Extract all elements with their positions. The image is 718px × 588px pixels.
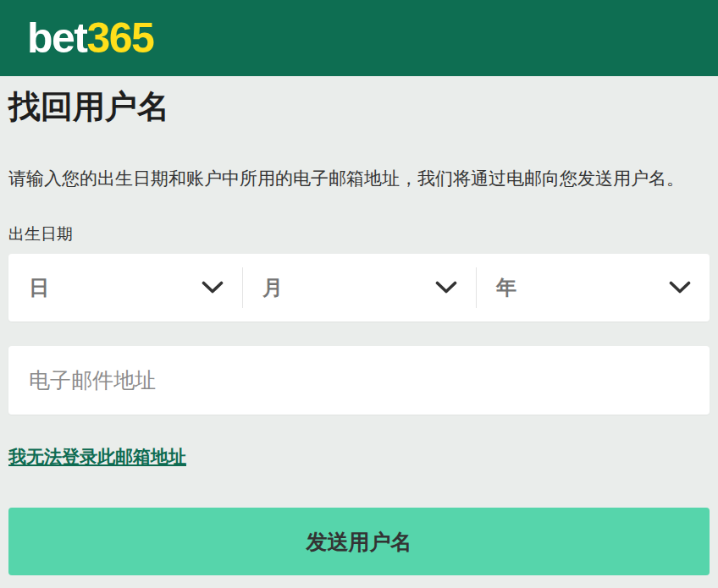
main-content: 找回用户名 请输入您的出生日期和账户中所用的电子邮箱地址，我们将通过电邮向您发送… [0,85,718,575]
send-username-button[interactable]: 发送用户名 [8,508,710,575]
bet365-logo[interactable]: bet365 [27,17,153,59]
cant-access-email-link[interactable]: 我无法登录此邮箱地址 [8,447,186,467]
chevron-down-icon [202,281,224,294]
email-input[interactable] [8,346,710,415]
app-header: bet365 [0,0,718,76]
logo-text-365: 365 [87,14,154,62]
month-select-value: 月 [262,274,283,301]
dob-label: 出生日期 [8,224,710,245]
year-select[interactable]: 年 [476,254,710,321]
dob-selectors: 日 月 年 [8,254,710,321]
day-select[interactable]: 日 [8,254,242,321]
recover-username-page: bet365 找回用户名 请输入您的出生日期和账户中所用的电子邮箱地址，我们将通… [0,0,718,588]
instruction-text: 请输入您的出生日期和账户中所用的电子邮箱地址，我们将通过电邮向您发送用户名。 [8,167,710,190]
link-row: 我无法登录此邮箱地址 [8,447,710,467]
page-title: 找回用户名 [8,85,710,129]
chevron-down-icon [435,281,457,294]
day-select-value: 日 [29,274,49,301]
chevron-down-icon [669,281,691,294]
year-select-value: 年 [496,274,516,301]
logo-text-bet: bet [27,14,87,62]
month-select[interactable]: 月 [242,254,476,321]
